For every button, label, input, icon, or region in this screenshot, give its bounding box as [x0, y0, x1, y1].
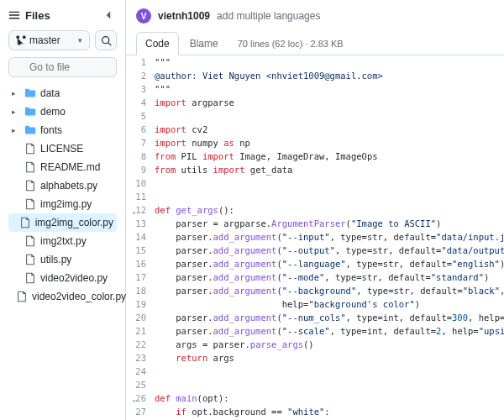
line-number[interactable]: 23: [126, 351, 155, 365]
tree-item-label: video2video_color.py: [32, 291, 126, 302]
line-number[interactable]: 21: [126, 324, 155, 338]
code-line: 6import cv2: [126, 123, 504, 136]
branch-name: master: [29, 34, 60, 46]
code-view[interactable]: 1"""2@author: Viet Nguyen <nhviet1009@gm…: [126, 55, 504, 420]
chevron-right-icon: ▸: [12, 126, 20, 134]
code-content: @author: Viet Nguyen <nhviet1009@gmail.c…: [155, 69, 504, 82]
collapse-sidebar-icon[interactable]: [100, 7, 117, 24]
code-content: [155, 365, 504, 378]
sidebar-title: Files: [8, 9, 50, 22]
code-line: 27 if opt.background == "white":: [126, 405, 504, 418]
file-explorer-sidebar: Files master ▾ ▸data▸demo▸fontsLICENSERE…: [0, 0, 126, 420]
code-line: 15 parser.add_argument("--output", type=…: [126, 244, 504, 257]
code-line: 16 parser.add_argument("--language", typ…: [126, 257, 504, 270]
code-content: import numpy as np: [155, 136, 504, 150]
code-content: parser.add_argument("--mode", type=str, …: [155, 270, 504, 284]
line-number[interactable]: 22: [126, 338, 155, 351]
line-number[interactable]: 9: [126, 163, 155, 176]
main-content: V vietnh1009 add multiple languages Code…: [126, 0, 504, 420]
file-item[interactable]: alphabets.py: [8, 176, 117, 195]
code-line: 1""": [126, 55, 504, 69]
commit-message[interactable]: add multiple languages: [217, 10, 320, 22]
hamburger-icon[interactable]: [8, 9, 20, 21]
code-content: """: [155, 55, 504, 69]
line-number[interactable]: 5: [126, 109, 155, 123]
chevron-right-icon: ▸: [12, 108, 20, 116]
username[interactable]: vietnh1009: [158, 10, 210, 22]
file-item[interactable]: README.md: [8, 158, 117, 176]
line-number[interactable]: 18: [126, 284, 155, 297]
code-content: [155, 378, 504, 391]
file-item[interactable]: img2img.py: [8, 195, 117, 213]
file-tree: ▸data▸demo▸fontsLICENSEREADME.mdalphabet…: [8, 84, 117, 306]
tab-blame[interactable]: Blame: [181, 32, 228, 55]
file-item[interactable]: video2video_color.py: [8, 287, 117, 306]
code-content: parser.add_argument("--output", type=str…: [155, 244, 504, 257]
file-item[interactable]: utils.py: [8, 250, 117, 269]
code-line: 18 parser.add_argument("--background", t…: [126, 284, 504, 297]
code-line: 3""": [126, 82, 504, 96]
code-content: import argparse: [155, 96, 504, 109]
line-number[interactable]: 6: [126, 123, 155, 136]
folder-item[interactable]: ▸data: [8, 84, 117, 102]
tree-item-label: utils.py: [40, 254, 71, 265]
line-number[interactable]: 27: [126, 405, 155, 418]
file-item[interactable]: img2txt.py: [8, 232, 117, 250]
line-number[interactable]: 20: [126, 311, 155, 324]
folder-item[interactable]: ▸fonts: [8, 121, 117, 139]
file-icon: [24, 198, 36, 210]
line-number[interactable]: 16: [126, 257, 155, 270]
line-number[interactable]: 17: [126, 270, 155, 284]
line-number[interactable]: 24: [126, 365, 155, 378]
line-number[interactable]: 10: [126, 176, 155, 190]
code-content: from PIL import Image, ImageDraw, ImageO…: [155, 150, 504, 163]
code-line: 12⌄def get_args():: [126, 203, 504, 217]
code-content: parser.add_argument("--language", type=s…: [155, 257, 504, 270]
code-line: 26⌄def main(opt):: [126, 391, 504, 405]
line-number[interactable]: 4: [126, 96, 155, 109]
file-item[interactable]: LICENSE: [8, 139, 117, 158]
code-content: parser.add_argument("--num_cols", type=i…: [155, 311, 504, 324]
line-number[interactable]: 12⌄: [126, 203, 155, 217]
file-filter-input[interactable]: [8, 57, 117, 77]
file-icon: [24, 272, 36, 284]
line-number[interactable]: 3: [126, 82, 155, 96]
line-number[interactable]: 7: [126, 136, 155, 150]
file-icon: [24, 161, 36, 173]
line-number[interactable]: 1: [126, 55, 155, 69]
line-number[interactable]: 14: [126, 230, 155, 244]
chevron-down-icon: ▾: [78, 36, 82, 45]
tree-item-label: data: [40, 87, 60, 99]
tab-code[interactable]: Code: [136, 32, 179, 55]
line-number[interactable]: 13: [126, 217, 155, 230]
branch-selector[interactable]: master ▾: [8, 30, 90, 50]
code-content: [155, 109, 504, 123]
line-number[interactable]: 19: [126, 297, 155, 311]
code-line: 5: [126, 109, 504, 123]
line-number[interactable]: 2: [126, 69, 155, 82]
tree-item-label: video2video.py: [40, 272, 108, 284]
code-line: 17 parser.add_argument("--mode", type=st…: [126, 270, 504, 284]
code-line: 22 args = parser.parse_args(): [126, 338, 504, 351]
code-line: 19 help="background's color"): [126, 297, 504, 311]
line-number[interactable]: 25: [126, 378, 155, 391]
branch-icon: [16, 35, 26, 45]
file-item[interactable]: img2img_color.py: [8, 213, 117, 232]
line-number[interactable]: 15: [126, 244, 155, 257]
code-line: 4import argparse: [126, 96, 504, 109]
code-content: args = parser.parse_args(): [155, 338, 504, 351]
file-icon: [24, 143, 36, 155]
file-item[interactable]: video2video.py: [8, 269, 117, 287]
folder-icon: [24, 87, 36, 99]
tree-item-label: LICENSE: [40, 143, 83, 155]
folder-item[interactable]: ▸demo: [8, 102, 117, 121]
code-content: def get_args():: [155, 203, 504, 217]
file-info: 70 lines (62 loc) · 2.83 KB: [238, 39, 344, 49]
code-line: 14 parser.add_argument("--input", type=s…: [126, 230, 504, 244]
chevron-right-icon: ▸: [12, 89, 20, 97]
line-number[interactable]: 26⌄: [126, 391, 155, 405]
search-button[interactable]: [95, 30, 117, 50]
line-number[interactable]: 8: [126, 150, 155, 163]
avatar[interactable]: V: [136, 8, 151, 24]
line-number[interactable]: 11: [126, 190, 155, 203]
